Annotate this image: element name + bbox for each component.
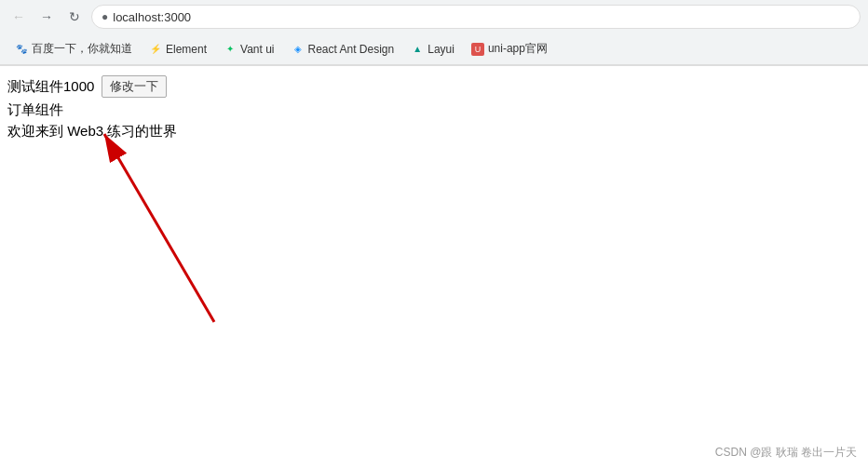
forward-button[interactable]: →: [35, 6, 58, 28]
address-url: localhost:3000: [113, 10, 191, 24]
bookmark-element-label: Element: [166, 43, 207, 56]
bookmark-react-ant-label: React Ant Design: [308, 43, 395, 56]
bookmark-element[interactable]: ⚡ Element: [142, 39, 214, 60]
svg-line-1: [104, 134, 214, 322]
layui-icon: ▲: [411, 43, 424, 56]
welcome-text: 欢迎来到 Web3 练习的世界: [7, 123, 861, 140]
bookmark-uniapp[interactable]: U uni-app官网: [464, 37, 555, 60]
footer-watermark: CSDN @跟 耿瑞 卷出一片天: [715, 445, 857, 461]
baidu-icon: 🐾: [15, 43, 28, 56]
element-icon: ⚡: [149, 43, 162, 56]
order-component-text: 订单组件: [7, 101, 861, 119]
address-bar[interactable]: ● localhost:3000: [91, 5, 861, 29]
refresh-button[interactable]: ↻: [63, 6, 86, 28]
vant-icon: ✦: [224, 43, 237, 56]
bookmark-vant-label: Vant ui: [240, 43, 274, 56]
back-button[interactable]: ←: [7, 6, 30, 28]
bookmark-vant[interactable]: ✦ Vant ui: [216, 39, 281, 60]
lock-icon: ●: [102, 10, 108, 23]
page-content: 测试组件1000 修改一下 订单组件 欢迎来到 Web3 练习的世界: [0, 66, 868, 441]
arrow-annotation: [84, 117, 251, 363]
nav-bar: ← → ↻ ● localhost:3000: [0, 0, 868, 33]
bookmark-layui-label: Layui: [427, 43, 454, 56]
test-component-line: 测试组件1000 修改一下: [7, 75, 861, 98]
uniapp-icon: U: [471, 43, 484, 56]
browser-chrome: ← → ↻ ● localhost:3000 🐾 百度一下，你就知道 ⚡ Ele…: [0, 0, 868, 66]
bookmark-layui[interactable]: ▲ Layui: [403, 39, 462, 60]
bookmark-uniapp-label: uni-app官网: [488, 41, 548, 57]
bookmark-react-ant[interactable]: ◈ React Ant Design: [284, 39, 402, 60]
react-ant-icon: ◈: [292, 43, 305, 56]
modify-button[interactable]: 修改一下: [102, 75, 167, 98]
test-component-text: 测试组件1000: [7, 78, 94, 96]
bookmark-baidu[interactable]: 🐾 百度一下，你就知道: [7, 37, 140, 60]
bookmark-baidu-label: 百度一下，你就知道: [32, 41, 132, 57]
bookmarks-bar: 🐾 百度一下，你就知道 ⚡ Element ✦ Vant ui ◈ React …: [0, 33, 868, 65]
